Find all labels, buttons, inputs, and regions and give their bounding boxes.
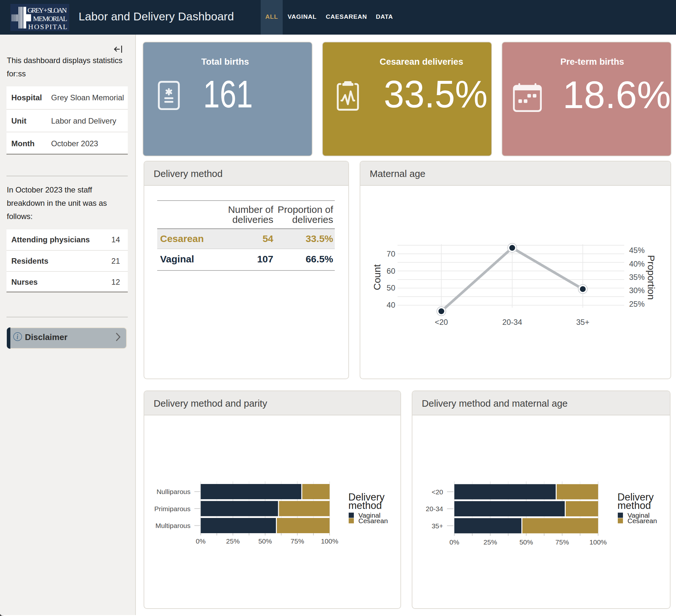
svg-text:25%: 25% [484, 538, 497, 546]
svg-text:70: 70 [387, 249, 395, 258]
svg-text:GREY + SLOAN: GREY + SLOAN [27, 6, 67, 14]
svg-text:Count: Count [372, 264, 382, 290]
svg-text:100%: 100% [589, 538, 607, 546]
svg-text:20-34: 20-34 [502, 318, 522, 326]
svg-text:60: 60 [387, 267, 395, 275]
svg-text:method: method [617, 500, 651, 511]
svg-text:35%: 35% [629, 273, 644, 281]
svg-text:Primiparous: Primiparous [154, 505, 190, 512]
svg-text:0%: 0% [450, 538, 459, 546]
svg-text:Nulliparous: Nulliparous [157, 488, 190, 495]
svg-text:<20: <20 [435, 318, 448, 326]
svg-text:Cesarean: Cesarean [627, 517, 657, 524]
svg-text:Multiparous: Multiparous [155, 522, 190, 529]
svg-text:75%: 75% [555, 538, 569, 546]
svg-text:<20: <20 [432, 488, 443, 496]
svg-text:20-34: 20-34 [426, 505, 443, 512]
svg-text:100%: 100% [321, 538, 338, 545]
svg-text:50%: 50% [259, 538, 272, 545]
svg-text:40%: 40% [629, 260, 644, 268]
svg-text:MEMORIAL: MEMORIAL [33, 14, 67, 23]
svg-text:45%: 45% [629, 246, 644, 255]
svg-text:25%: 25% [226, 538, 240, 545]
svg-text:50: 50 [387, 283, 395, 292]
svg-text:35+: 35+ [576, 318, 589, 326]
svg-text:75%: 75% [290, 538, 304, 545]
svg-text:Cesarean: Cesarean [358, 517, 388, 524]
svg-text:method: method [348, 500, 382, 511]
svg-text:0%: 0% [196, 538, 206, 545]
svg-text:40: 40 [387, 300, 395, 309]
svg-text:50%: 50% [519, 538, 533, 546]
svg-text:25%: 25% [629, 299, 644, 308]
svg-text:35+: 35+ [432, 522, 443, 529]
svg-text:H O S P I T A L: H O S P I T A L [28, 23, 67, 31]
svg-text:Proportion: Proportion [646, 255, 657, 299]
svg-text:30%: 30% [629, 286, 644, 295]
